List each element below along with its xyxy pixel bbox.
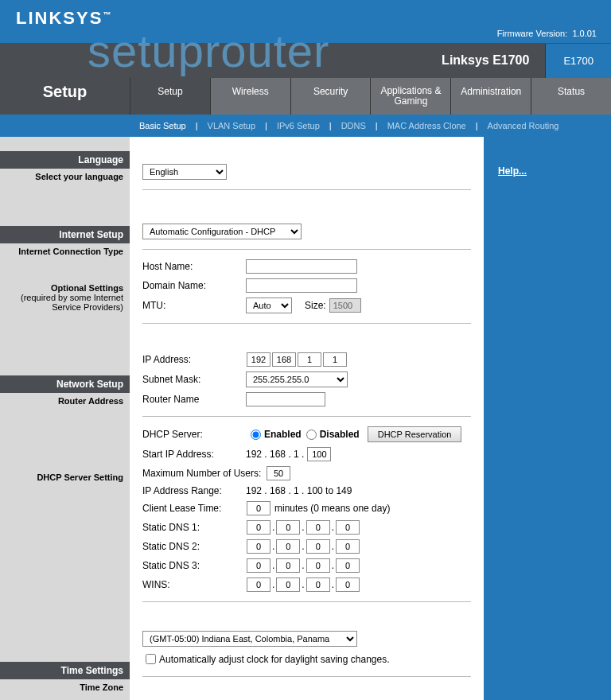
label-optional-settings: Optional Settings (required by some Inte… <box>0 280 130 315</box>
wins-octet-1[interactable] <box>247 578 270 592</box>
lease-time-input[interactable] <box>247 501 270 515</box>
dns2-octet-3[interactable] <box>306 539 330 554</box>
dns3-octet-4[interactable] <box>336 558 360 573</box>
start-ip-input[interactable] <box>307 447 331 461</box>
label-lease-suffix: minutes (0 means one day) <box>274 503 390 514</box>
subnav-mac-clone[interactable]: MAC Address Clone <box>378 121 476 130</box>
section-heading-time: Time Settings <box>0 662 130 679</box>
ip-octet-2[interactable] <box>272 352 296 367</box>
ip-octet-4[interactable] <box>323 352 347 367</box>
dst-checkbox[interactable] <box>146 654 156 664</box>
wins-octet-2[interactable] <box>276 578 300 592</box>
label-lease-time: Client Lease Time: <box>142 503 246 514</box>
label-wins: WINS: <box>142 579 246 590</box>
label-mtu: MTU: <box>142 300 246 311</box>
timezone-select[interactable]: (GMT-05:00) Indiana East, Colombia, Pana… <box>142 631 357 647</box>
label-size: Size: <box>305 300 326 311</box>
section-heading-network: Network Setup <box>0 375 130 393</box>
label-connection-type: Internet Connection Type <box>0 243 130 259</box>
mtu-select[interactable]: Auto <box>246 298 292 313</box>
label-dst: Automatically adjust clock for daylight … <box>159 654 389 665</box>
label-dns1: Static DNS 1: <box>142 522 246 533</box>
dns3-octet-3[interactable] <box>306 558 330 573</box>
nav-tab-setup[interactable]: Setup <box>130 78 210 115</box>
model-name: Linksys E1700 <box>442 53 529 68</box>
label-router-address: Router Address <box>0 393 130 409</box>
dhcp-reservation-button[interactable]: DHCP Reservation <box>368 426 462 442</box>
dhcp-disabled-radio[interactable] <box>306 430 317 440</box>
dns3-octet-2[interactable] <box>276 558 300 573</box>
dns1-octet-1[interactable] <box>247 520 270 535</box>
domain-name-input[interactable] <box>246 278 357 293</box>
brand-logo: LINKSYS™ <box>16 8 112 28</box>
label-start-ip: Start IP Address: <box>142 449 246 460</box>
router-name-input[interactable] <box>246 392 325 406</box>
nav-tab-status[interactable]: Status <box>531 78 611 115</box>
section-heading-language: Language <box>0 151 130 169</box>
language-select[interactable]: English <box>142 164 227 180</box>
header-top: LINKSYS™ Firmware Version: 1.0.01 <box>0 0 611 43</box>
start-ip-prefix: 192 . 168 . 1 . <box>246 449 304 460</box>
subnav-advanced-routing[interactable]: Advanced Routing <box>478 121 569 130</box>
label-dhcp-server: DHCP Server: <box>142 429 246 440</box>
label-disabled: Disabled <box>320 429 360 440</box>
nav-tab-wireless[interactable]: Wireless <box>210 78 290 115</box>
dns1-octet-2[interactable] <box>276 520 300 535</box>
subnav-vlan-setup[interactable]: VLAN Setup <box>198 121 266 130</box>
subnet-mask-select[interactable]: 255.255.255.0 <box>246 371 348 387</box>
help-link[interactable]: Help... <box>498 165 527 177</box>
mtu-size-input <box>329 298 361 313</box>
label-ip-range: IP Address Range: <box>142 485 246 496</box>
sub-nav: Basic Setup | VLAN Setup | IPv6 Setup | … <box>0 115 611 137</box>
nav-tab-applications[interactable]: Applications & Gaming <box>370 78 450 115</box>
firmware-version: Firmware Version: 1.0.01 <box>497 29 597 38</box>
label-dhcp-server-setting: DHCP Server Setting <box>0 469 130 485</box>
label-subnet-mask: Subnet Mask: <box>142 374 246 385</box>
dns2-octet-4[interactable] <box>336 539 360 554</box>
label-domain-name: Domain Name: <box>142 280 246 291</box>
label-max-users: Maximum Number of Users: <box>142 468 266 479</box>
nav-tab-security[interactable]: Security <box>290 78 371 115</box>
ip-octet-3[interactable] <box>298 352 321 367</box>
subnav-ddns[interactable]: DDNS <box>332 121 376 130</box>
model-number: E1700 <box>545 44 611 78</box>
dns3-octet-1[interactable] <box>247 558 270 573</box>
label-time-zone: Time Zone <box>0 679 130 695</box>
wins-octet-4[interactable] <box>336 578 360 592</box>
ip-octet-1[interactable] <box>247 352 270 367</box>
label-ip-address: IP Address: <box>142 354 246 365</box>
dns1-octet-4[interactable] <box>336 520 360 535</box>
dns2-octet-2[interactable] <box>276 539 300 554</box>
header-model-bar: Linksys E1700 E1700 <box>0 43 611 78</box>
label-host-name: Host Name: <box>142 261 246 272</box>
page-title: Setup <box>0 78 130 106</box>
max-users-input[interactable] <box>267 466 290 480</box>
host-name-input[interactable] <box>246 259 357 274</box>
main-nav: Setup Setup Wireless Security Applicatio… <box>0 78 611 115</box>
label-select-language: Select your language <box>0 169 130 185</box>
wins-octet-3[interactable] <box>306 578 330 592</box>
subnav-ipv6-setup[interactable]: IPv6 Setup <box>267 121 329 130</box>
subnav-basic-setup[interactable]: Basic Setup <box>130 121 196 130</box>
label-dns3: Static DNS 3: <box>142 560 246 571</box>
dhcp-enabled-radio[interactable] <box>251 430 261 440</box>
internet-connection-type-select[interactable]: Automatic Configuration - DHCP <box>142 224 302 239</box>
label-router-name: Router Name <box>142 394 246 405</box>
dns1-octet-3[interactable] <box>306 520 330 535</box>
label-enabled: Enabled <box>264 429 302 440</box>
ip-range-value: 192 . 168 . 1 . 100 to 149 <box>246 485 352 496</box>
label-dns2: Static DNS 2: <box>142 541 246 552</box>
dns2-octet-1[interactable] <box>247 539 270 554</box>
nav-tab-administration[interactable]: Administration <box>450 78 531 115</box>
section-heading-internet: Internet Setup <box>0 226 130 243</box>
